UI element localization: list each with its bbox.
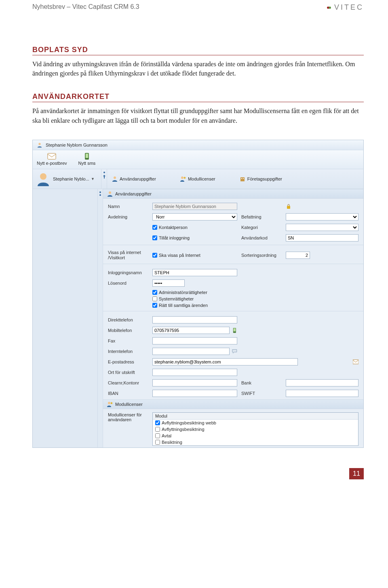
input-fax[interactable] bbox=[152, 337, 237, 344]
phone-icon bbox=[82, 153, 91, 160]
svg-point-7 bbox=[114, 176, 116, 179]
lock-icon bbox=[286, 204, 291, 209]
label-visas-internet: Visas på internet /Visitkort bbox=[108, 250, 148, 260]
tab-pin-column[interactable] bbox=[101, 169, 107, 189]
label-namn: Namn bbox=[108, 204, 148, 209]
svg-rect-16 bbox=[353, 360, 358, 364]
input-epost[interactable] bbox=[152, 358, 298, 365]
check-label: Administratörsrättigheter bbox=[159, 290, 207, 295]
check-kontaktperson[interactable] bbox=[152, 225, 157, 230]
section-head-modullicenser: Modullicenser bbox=[103, 399, 363, 409]
select-kategori[interactable] bbox=[286, 224, 358, 231]
module-label: Avflyttningsbesiktning webb bbox=[162, 420, 216, 425]
label-avdelning: Avdelning bbox=[108, 214, 148, 219]
user-star-icon bbox=[180, 176, 186, 182]
select-befattning[interactable] bbox=[286, 213, 358, 220]
avatar-icon bbox=[36, 172, 51, 186]
svg-point-8 bbox=[181, 176, 183, 179]
logo-mark-icon bbox=[326, 5, 332, 10]
section-title: Modullicenser bbox=[115, 402, 143, 407]
input-ort[interactable] bbox=[152, 369, 237, 376]
label-epost: E-postadress bbox=[108, 359, 148, 364]
phone-small-icon[interactable] bbox=[232, 328, 237, 333]
speech-icon[interactable] bbox=[232, 349, 237, 354]
input-namn[interactable] bbox=[152, 203, 237, 210]
input-sorteringsordning[interactable] bbox=[286, 252, 310, 259]
input-direkttelefon[interactable] bbox=[152, 316, 237, 323]
check-label: Kontaktperson bbox=[159, 225, 188, 230]
doc-title: Nyhetsbrev – Vitec Capifast CRM 6.3 bbox=[32, 3, 139, 10]
page-number: 11 bbox=[349, 468, 364, 479]
input-losenord[interactable] bbox=[152, 279, 185, 287]
section-head-anvandaruppgifter: Användaruppgifter bbox=[103, 189, 363, 199]
label-iban: IBAN bbox=[108, 391, 148, 396]
check-m4[interactable] bbox=[155, 440, 160, 445]
check-ska-visas[interactable] bbox=[152, 253, 157, 258]
user-star-icon bbox=[107, 401, 113, 407]
input-interntelefon[interactable] bbox=[152, 348, 230, 355]
tab-foretagsuppgifter[interactable]: Företagsuppgifter bbox=[240, 176, 282, 182]
svg-rect-5 bbox=[86, 153, 89, 158]
window-title: Stephanie Nyblom Gunnarsson bbox=[46, 143, 108, 147]
label-direkttelefon: Direkttelefon bbox=[108, 317, 148, 322]
section-title: Användaruppgifter bbox=[115, 191, 152, 196]
label-modul-for-user: Modullicenser för användaren bbox=[108, 412, 148, 446]
mail-action-icon[interactable] bbox=[353, 359, 358, 365]
input-bank[interactable] bbox=[286, 379, 358, 386]
body-boplats: Vid ändring av uthyrningskraven ifrån de… bbox=[32, 59, 364, 78]
input-anvandarkod[interactable] bbox=[286, 234, 358, 242]
sidebar-current-user[interactable]: Stephanie Nyblo... ▼ bbox=[33, 169, 101, 189]
label-anvandarkod: Användarkod bbox=[241, 235, 282, 240]
check-label: Tillåt inloggning bbox=[159, 235, 190, 240]
sidebar-current-label: Stephanie Nyblo... bbox=[53, 176, 89, 181]
check-label: Ska visas på Internet bbox=[159, 253, 200, 258]
new-sms-label: Nytt sms bbox=[78, 161, 96, 166]
svg-point-12 bbox=[109, 191, 111, 194]
svg-point-2 bbox=[38, 143, 40, 145]
heading-anvandarkortet: ANVÄNDARKORTET bbox=[32, 92, 364, 102]
svg-point-1 bbox=[329, 6, 331, 9]
svg-rect-15 bbox=[234, 328, 236, 332]
svg-rect-10 bbox=[241, 178, 242, 179]
user-small-icon bbox=[112, 176, 118, 182]
check-label: Systemrättigheter bbox=[159, 296, 194, 301]
module-label: Besiktning bbox=[162, 440, 182, 445]
toolbar: Nytt e-postbrev Nytt sms bbox=[33, 150, 363, 169]
input-iban[interactable] bbox=[152, 390, 237, 397]
envelope-icon bbox=[47, 153, 56, 160]
module-label: Avflyttningsbesiktning bbox=[162, 427, 205, 432]
modul-header: Modul bbox=[153, 413, 358, 420]
user-small-icon bbox=[107, 191, 113, 197]
new-sms-button[interactable]: Nytt sms bbox=[78, 153, 96, 166]
label-kategori: Kategori bbox=[241, 225, 282, 230]
select-avdelning[interactable]: Norr bbox=[152, 213, 237, 220]
tab-anvandaruppgifter[interactable]: Användaruppgifter bbox=[112, 176, 156, 182]
check-m3[interactable] bbox=[155, 433, 160, 438]
check-ratt-arenden[interactable] bbox=[152, 303, 157, 308]
svg-rect-9 bbox=[240, 177, 245, 181]
label-inloggningsnamn: Inloggningsnamn bbox=[108, 270, 148, 275]
tab-label: Användaruppgifter bbox=[120, 176, 156, 181]
check-system[interactable] bbox=[152, 296, 157, 301]
label-bank: Bank bbox=[241, 380, 282, 385]
new-email-button[interactable]: Nytt e-postbrev bbox=[37, 153, 67, 166]
check-tillat-inloggning[interactable] bbox=[152, 235, 157, 240]
input-swift[interactable] bbox=[286, 390, 358, 397]
svg-point-17 bbox=[108, 402, 110, 404]
input-inloggningsnamn[interactable] bbox=[152, 269, 237, 276]
check-m1[interactable] bbox=[155, 420, 160, 425]
heading-boplats: BOPLATS SYD bbox=[32, 46, 364, 55]
label-swift: SWIFT bbox=[241, 391, 282, 396]
check-m2[interactable] bbox=[155, 427, 160, 432]
new-email-label: Nytt e-postbrev bbox=[37, 161, 67, 166]
label-mobiltelefon: Mobiltelefon bbox=[108, 328, 148, 333]
label-clearnr: Clearnr,Kontonr bbox=[108, 380, 148, 385]
check-admin[interactable] bbox=[152, 290, 157, 295]
label-befattning: Befattning bbox=[241, 214, 282, 219]
tab-modullicenser[interactable]: Modullicenser bbox=[180, 176, 215, 182]
user-icon bbox=[37, 142, 42, 148]
app-window: Stephanie Nyblom Gunnarsson Nytt e-postb… bbox=[32, 140, 364, 448]
input-clearnr[interactable] bbox=[152, 379, 237, 386]
label-losenord: Lösenord bbox=[108, 281, 148, 286]
input-mobiltelefon[interactable] bbox=[152, 327, 230, 334]
